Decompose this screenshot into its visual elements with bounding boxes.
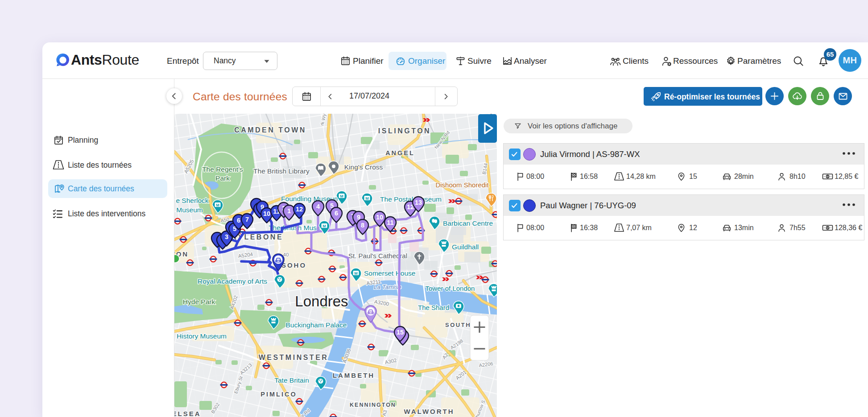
svg-text:M: M	[216, 203, 219, 207]
svg-text:13: 13	[415, 199, 422, 206]
svg-text:The Shard: The Shard	[418, 304, 449, 311]
svg-text:15: 15	[397, 329, 404, 336]
svg-text:Tower of London: Tower of London	[426, 285, 475, 292]
svg-text:M: M	[365, 196, 369, 201]
svg-text:1: 1	[287, 207, 291, 215]
svg-text:8: 8	[361, 222, 364, 229]
svg-text:Somerset House: Somerset House	[364, 269, 415, 277]
svg-text:11: 11	[387, 219, 393, 226]
svg-text:6: 6	[335, 210, 338, 217]
svg-text:4: 4	[316, 203, 320, 210]
svg-text:KENNINGTON: KENNINGTON	[350, 402, 396, 408]
svg-text:History Museum: History Museum	[177, 332, 227, 340]
svg-text:WALWORTH: WALWORTH	[404, 408, 454, 415]
svg-text:e Sherlock: e Sherlock	[176, 197, 208, 204]
svg-text:40: 40	[283, 252, 289, 257]
svg-text:CAMDEN TOWN: CAMDEN TOWN	[234, 126, 306, 134]
svg-text:7: 7	[245, 216, 249, 223]
svg-text:PIMLICO: PIMLICO	[260, 391, 297, 398]
svg-text:Royal Academy of Arts: Royal Academy of Arts	[198, 277, 267, 285]
svg-text:10: 10	[376, 214, 383, 221]
svg-text:King's Cross: King's Cross	[344, 163, 383, 171]
svg-text:Buckingham Palace: Buckingham Palace	[286, 321, 347, 329]
svg-text:M: M	[340, 194, 343, 198]
svg-text:The British Library: The British Library	[253, 167, 310, 175]
svg-text:ELSEA: ELSEA	[174, 410, 201, 417]
svg-text:LAMBETH: LAMBETH	[333, 372, 375, 379]
svg-text:ANGEL: ANGEL	[385, 149, 415, 157]
svg-text:WESTMINSTER: WESTMINSTER	[259, 354, 329, 361]
svg-text:Londres: Londres	[295, 293, 348, 310]
svg-text:SOHO: SOHO	[281, 261, 306, 269]
svg-text:The Regent's: The Regent's	[202, 165, 243, 173]
svg-text:10: 10	[263, 210, 270, 217]
svg-text:Hyde Park: Hyde Park	[183, 298, 215, 306]
svg-text:6: 6	[237, 217, 240, 224]
svg-text:Tate Britain: Tate Britain	[274, 376, 309, 384]
svg-text:Guildhall: Guildhall	[452, 243, 479, 251]
svg-text:s Museum: s Museum	[174, 206, 203, 214]
svg-text:Park: Park	[215, 174, 230, 182]
svg-text:M: M	[322, 224, 326, 228]
svg-text:Barbican Centre: Barbican Centre	[443, 219, 493, 227]
svg-text:Dishoom Shoredit: Dishoom Shoredit	[435, 181, 489, 189]
svg-text:ISLINGTON: ISLINGTON	[378, 127, 431, 135]
svg-text:M: M	[354, 271, 358, 276]
svg-text:3: 3	[225, 233, 228, 240]
svg-text:La Tamise: La Tamise	[374, 284, 401, 290]
svg-text:12: 12	[296, 206, 303, 213]
